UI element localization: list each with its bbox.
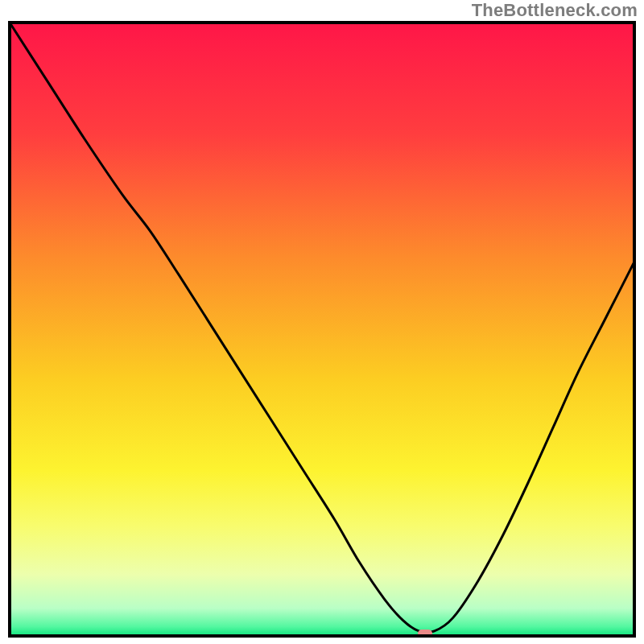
watermark-text: TheBottleneck.com — [472, 0, 638, 21]
bottleneck-chart — [0, 0, 644, 644]
chart-container: TheBottleneck.com — [0, 0, 644, 644]
gradient-background — [10, 23, 634, 636]
